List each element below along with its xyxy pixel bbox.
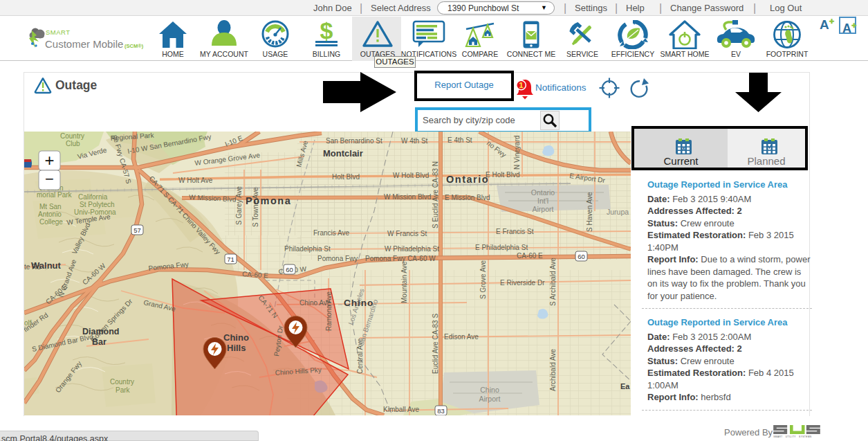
svg-text:+: + xyxy=(44,151,54,170)
svg-text:morial Park: morial Park xyxy=(37,191,73,199)
svg-text:Antonio: Antonio xyxy=(38,210,62,218)
svg-text:W Holt Blvd: W Holt Blvd xyxy=(393,172,429,179)
svg-text:CA-60 E: CA-60 E xyxy=(517,252,543,260)
svg-text:x: x xyxy=(682,144,686,152)
svg-text:E Philadelphia St: E Philadelphia St xyxy=(475,244,528,251)
svg-text:W Francis St: W Francis St xyxy=(387,230,427,237)
svg-text:Francis Ave: Francis Ave xyxy=(313,229,349,237)
svg-text:Park: Park xyxy=(116,386,131,394)
svg-text:W Holt Ave: W Holt Ave xyxy=(178,177,213,184)
svg-text:Philadelphia St: Philadelphia St xyxy=(284,245,331,253)
svg-text:(SCM®): (SCM®) xyxy=(124,43,144,49)
svg-text:E Mission Blvd: E Mission Blvd xyxy=(445,194,490,201)
svg-text:71: 71 xyxy=(227,255,234,263)
svg-text:Walnut: Walnut xyxy=(31,260,62,271)
svg-text:Kimball Ave: Kimball Ave xyxy=(383,406,420,413)
svg-text:E Holt Blvd: E Holt Blvd xyxy=(486,171,519,179)
svg-text:Airport: Airport xyxy=(533,205,554,213)
svg-text:olf: olf xyxy=(24,319,32,327)
svg-text:Chino: Chino xyxy=(480,386,499,394)
svg-text:St Polytech: St Polytech xyxy=(80,201,115,208)
svg-text:57: 57 xyxy=(133,226,141,234)
svg-text:W Philadelphia St: W Philadelphia St xyxy=(385,245,439,253)
svg-text:Jurupa: Jurupa xyxy=(607,208,629,216)
svg-text:Euclid Ave CA-83 S: Euclid Ave CA-83 S xyxy=(432,314,439,374)
svg-text:Univ-Pomona: Univ-Pomona xyxy=(74,208,116,216)
svg-text:Pomona Fwy CA-60 W: Pomona Fwy CA-60 W xyxy=(365,255,436,262)
svg-text:E 4th St: E 4th St xyxy=(447,136,472,144)
svg-text:60: 60 xyxy=(578,253,585,260)
svg-text:Holt Blvd: Holt Blvd xyxy=(332,173,360,181)
svg-text:Hills: Hills xyxy=(227,343,246,353)
svg-text:S Euclid Ave CA-83 N: S Euclid Ave CA-83 N xyxy=(432,161,439,228)
svg-text:Bar: Bar xyxy=(92,337,107,347)
svg-text:Country: Country xyxy=(60,132,84,140)
svg-text:Chino: Chino xyxy=(223,332,249,343)
svg-text:SMART UTILITY SYSTEMS: SMART UTILITY SYSTEMS xyxy=(773,435,811,438)
svg-text:College: College xyxy=(39,218,63,226)
svg-text:S Towne Ave: S Towne Ave xyxy=(252,187,259,227)
svg-text:Chino: Chino xyxy=(344,298,373,308)
svg-text:Montclair: Montclair xyxy=(323,148,363,159)
svg-text:W Mission Blvd: W Mission Blvd xyxy=(384,193,431,201)
svg-text:Pomona Fwy: Pomona Fwy xyxy=(317,255,358,262)
svg-text:S Grove Ave: S Grove Ave xyxy=(479,260,487,299)
svg-text:Customer Mobile: Customer Mobile xyxy=(45,38,123,50)
svg-text:Mt San: Mt San xyxy=(39,203,62,210)
svg-text:60: 60 xyxy=(286,266,293,273)
svg-text:Airport: Airport xyxy=(479,395,501,403)
svg-text:E Francis St: E Francis St xyxy=(496,228,534,235)
svg-text:California: California xyxy=(78,193,108,201)
svg-text:−: − xyxy=(45,170,54,188)
svg-text:San Bernardino St: San Bernardino St xyxy=(326,137,382,145)
svg-text:S Garey Ave: S Garey Ave xyxy=(235,186,243,225)
svg-text:1: 1 xyxy=(519,81,524,89)
svg-text:N Vineyard: N Vineyard xyxy=(513,136,521,170)
svg-text:Pomona: Pomona xyxy=(246,195,291,206)
svg-text:83: 83 xyxy=(437,407,445,415)
svg-text:$: $ xyxy=(320,20,333,44)
svg-text:Mountain Ave: Mountain Ave xyxy=(400,261,408,303)
svg-text:W 4th St: W 4th St xyxy=(401,137,428,145)
svg-text:Ontario: Ontario xyxy=(531,188,555,197)
svg-text:E Riverside Dr: E Riverside Dr xyxy=(500,279,545,287)
svg-text:SMART: SMART xyxy=(46,28,71,36)
svg-text:Diamond: Diamond xyxy=(82,327,119,336)
svg-text:S Archibald Ave: S Archibald Ave xyxy=(549,258,557,306)
svg-text:Int'l: Int'l xyxy=(537,197,548,205)
svg-text:Ramona Ave: Ramona Ave xyxy=(325,291,333,331)
svg-text:Archibald Ave: Archibald Ave xyxy=(549,349,557,391)
svg-text:Edison Ave: Edison Ave xyxy=(444,333,479,341)
svg-text:S Haven Ave: S Haven Ave xyxy=(586,192,593,232)
svg-text:Club: Club xyxy=(66,140,80,147)
svg-text:Ontario: Ontario xyxy=(446,174,489,185)
svg-text:Country: Country xyxy=(110,378,134,386)
svg-text:Ea: Ea xyxy=(620,382,630,390)
